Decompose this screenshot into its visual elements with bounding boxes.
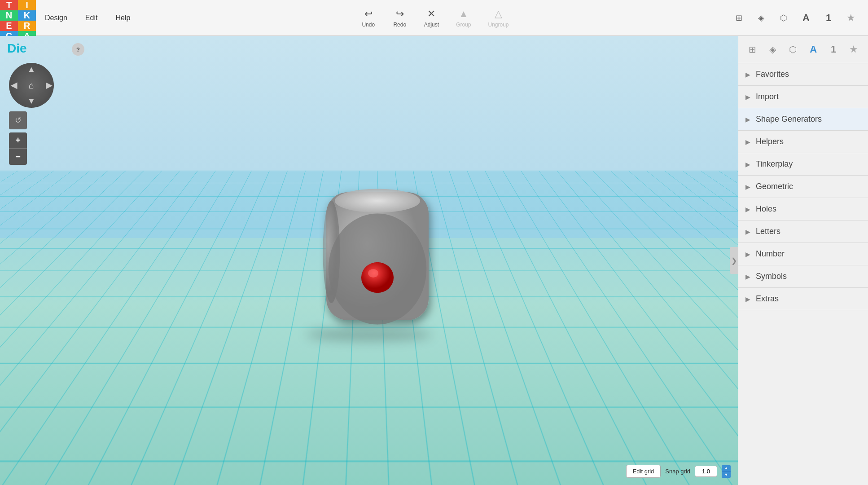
extras-label: Extras [756, 294, 779, 304]
holes-chevron-icon: ▶ [745, 206, 750, 213]
sidebar-cube-icon-btn[interactable]: ◈ [764, 40, 781, 58]
zoom-out-button[interactable]: − [9, 149, 27, 165]
sidebar-item-symbols[interactable]: ▶ Symbols [738, 265, 868, 288]
sidebar-item-shape-generators[interactable]: ▶ Shape Generators [738, 108, 868, 131]
adjust-icon: ✕ [427, 8, 435, 20]
snap-grid-label: Snap grid [665, 468, 690, 475]
number-chevron-icon: ▶ [745, 251, 750, 258]
logo-i: I [18, 0, 36, 10]
right-sidebar: ⊞ ◈ ⬡ A 1 ★ ▶ Favorites ▶ Import ▶ Shape… [738, 36, 868, 485]
snap-up-button[interactable]: ▲ [722, 465, 731, 472]
redo-button[interactable]: ↪ Redo [386, 5, 413, 31]
svg-point-1 [335, 189, 420, 212]
reset-view-button[interactable]: ↺ [9, 111, 27, 129]
favorites-label: Favorites [756, 70, 789, 79]
adjust-label: Adjust [424, 22, 439, 28]
sidebar-item-number[interactable]: ▶ Number [738, 243, 868, 265]
design-title: Die [7, 41, 27, 56]
svg-point-5 [368, 269, 378, 278]
nav-design[interactable]: Design [36, 0, 76, 35]
undo-button[interactable]: ↩ Undo [355, 5, 382, 31]
redo-icon: ↪ [396, 8, 404, 20]
group-button[interactable]: ▲ Group [450, 5, 477, 31]
helpers-chevron-icon: ▶ [745, 138, 750, 146]
undo-icon: ↩ [364, 8, 373, 20]
snap-grid-input[interactable] [695, 466, 717, 477]
topbar: T I N K E R C A Design Edit Help ↩ Undo … [0, 0, 868, 36]
sidebar-number-btn[interactable]: 1 [825, 40, 842, 58]
main: Die ? ▲ ▼ ◀ ▶ ⌂ ↺ + − [0, 36, 868, 485]
ungroup-icon: △ [495, 8, 502, 20]
adjust-button[interactable]: ✕ Adjust [418, 5, 445, 31]
sidebar-cube-outline-btn[interactable]: ⬡ [784, 40, 802, 58]
number-button[interactable]: 1 [819, 8, 838, 28]
sidebar-item-favorites[interactable]: ▶ Favorites [738, 63, 868, 86]
letter-button[interactable]: A [796, 8, 816, 28]
number-label: Number [756, 249, 785, 259]
logo-n: N [0, 10, 18, 21]
svg-point-4 [361, 262, 394, 293]
sidebar-grid-icon-btn[interactable]: ⊞ [744, 40, 761, 58]
grid-view-button[interactable]: ⊞ [729, 8, 749, 28]
sidebar-item-letters[interactable]: ▶ Letters [738, 220, 868, 243]
sidebar-collapse-handle[interactable]: ❯ [730, 247, 738, 274]
sidebar-item-geometric[interactable]: ▶ Geometric [738, 176, 868, 198]
compass-home-icon: ⌂ [29, 80, 34, 91]
orthographic-view-button[interactable]: ⬡ [774, 8, 793, 28]
logo-t: T [0, 0, 18, 10]
star-button[interactable]: ★ [841, 8, 861, 28]
helpers-label: Helpers [756, 137, 784, 146]
compass-circle[interactable]: ▲ ▼ ◀ ▶ ⌂ [9, 63, 54, 108]
compass-down-arrow[interactable]: ▼ [27, 97, 35, 106]
help-button[interactable]: ? [72, 43, 84, 56]
compass-left-arrow[interactable]: ◀ [11, 80, 17, 90]
group-icon: ▲ [459, 8, 469, 20]
perspective-view-button[interactable]: ◈ [751, 8, 771, 28]
die-shadow [306, 328, 432, 341]
logo-e: E [0, 21, 18, 31]
canvas-area[interactable]: Die ? ▲ ▼ ◀ ▶ ⌂ ↺ + − [0, 36, 738, 485]
snap-grid-spinner: ▲ ▼ [722, 465, 731, 478]
geometric-chevron-icon: ▶ [745, 183, 750, 190]
group-label: Group [456, 22, 471, 28]
sidebar-item-holes[interactable]: ▶ Holes [738, 198, 868, 220]
sidebar-item-helpers[interactable]: ▶ Helpers [738, 131, 868, 153]
compass-control[interactable]: ▲ ▼ ◀ ▶ ⌂ [9, 63, 54, 108]
nav-menu: Design Edit Help [36, 0, 139, 35]
nav-help[interactable]: Help [106, 0, 139, 35]
tinkerplay-label: Tinkerplay [756, 159, 793, 169]
logo: T I N K E R C A [0, 0, 36, 36]
ungroup-button[interactable]: △ Ungroup [482, 5, 515, 31]
zoom-controls: + − [9, 132, 27, 165]
import-label: Import [756, 92, 779, 101]
ungroup-label: Ungroup [488, 22, 509, 28]
sidebar-item-import[interactable]: ▶ Import [738, 86, 868, 108]
symbols-chevron-icon: ▶ [745, 273, 750, 280]
sidebar-item-tinkerplay[interactable]: ▶ Tinkerplay [738, 153, 868, 176]
extras-chevron-icon: ▶ [745, 295, 750, 303]
snap-down-button[interactable]: ▼ [722, 472, 731, 478]
redo-label: Redo [393, 22, 406, 28]
shape-gen-chevron-icon: ▶ [745, 116, 750, 123]
compass-up-arrow[interactable]: ▲ [27, 65, 35, 74]
letters-label: Letters [756, 227, 780, 236]
holes-label: Holes [756, 204, 776, 214]
geometric-label: Geometric [756, 182, 793, 191]
letters-chevron-icon: ▶ [745, 228, 750, 235]
nav-edit[interactable]: Edit [76, 0, 107, 35]
sidebar-item-extras[interactable]: ▶ Extras [738, 288, 868, 310]
sidebar-star-btn[interactable]: ★ [845, 40, 863, 58]
tinkerplay-chevron-icon: ▶ [745, 161, 750, 168]
compass-right-arrow[interactable]: ▶ [46, 80, 52, 90]
sidebar-letter-btn[interactable]: A [804, 40, 822, 58]
logo-k: K [18, 10, 36, 21]
die-svg [297, 167, 441, 337]
toolbar: ↩ Undo ↪ Redo ✕ Adjust ▲ Group △ Ungroup [148, 5, 722, 31]
die-3d-model [297, 167, 441, 337]
zoom-in-button[interactable]: + [9, 132, 27, 149]
import-chevron-icon: ▶ [745, 93, 750, 101]
shape-generators-label: Shape Generators [756, 115, 822, 124]
right-icons: ⊞ ◈ ⬡ A 1 ★ [722, 8, 868, 28]
undo-label: Undo [362, 22, 375, 28]
edit-grid-button[interactable]: Edit grid [626, 465, 661, 478]
